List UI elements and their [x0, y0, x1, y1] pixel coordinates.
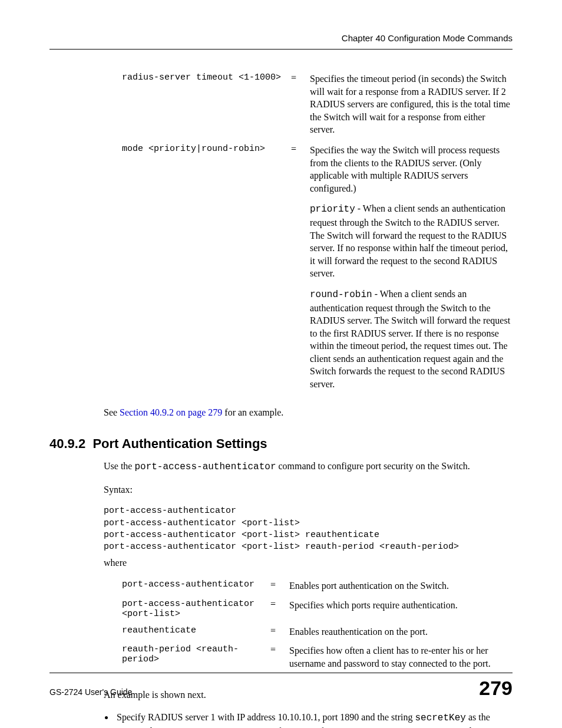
eq-cell — [290, 202, 309, 287]
see-post: for an example. — [222, 407, 283, 417]
intro-post: command to configure port security on th… — [276, 461, 470, 471]
cmd-cell: port-access-authenticator — [121, 579, 270, 598]
cmd-cell: mode <priority|round-robin> — [121, 143, 290, 202]
cmd-cell: reauthenticate — [121, 625, 270, 644]
where-label: where — [104, 556, 513, 569]
desc-cell: Specifies the timeout period (in seconds… — [309, 72, 513, 143]
desc-cell: Specifies the way the Switch will proces… — [309, 143, 513, 202]
definition-table-2: port-access-authenticator = Enables port… — [121, 579, 513, 676]
cmd-cell: reauth-period <reauth-period> — [121, 644, 270, 676]
desc-cell: Enables port authentication on the Switc… — [289, 579, 513, 598]
desc-cell: round-robin - When a client sends an aut… — [309, 287, 513, 398]
table-row: priority - When a client sends an authen… — [121, 202, 513, 287]
bullet-post: for more information on RADIUS server co… — [276, 726, 478, 728]
section-heading: 40.9.2 Port Authentication Settings — [49, 436, 513, 452]
bullet-list: Specify RADIUS server 1 with IP address … — [114, 711, 513, 728]
definition-table-1: radius-server timeout <1-1000> = Specifi… — [121, 72, 513, 398]
table-row: port-access-authenticator <port-list> = … — [121, 598, 513, 625]
intro-paragraph: Use the port-access-authenticator comman… — [104, 460, 513, 474]
page-header: Chapter 40 Configuration Mode Commands — [49, 33, 513, 50]
desc-cell: Specifies how often a client has to re-e… — [289, 644, 513, 676]
eq-cell: = — [270, 644, 289, 676]
page-number: 279 — [479, 677, 513, 700]
mono-prefix: priority — [310, 204, 355, 215]
see-pre: See — [104, 407, 120, 417]
intro-pre: Use the — [104, 461, 134, 471]
eq-cell: = — [270, 625, 289, 644]
table-row: port-access-authenticator = Enables port… — [121, 579, 513, 598]
eq-cell: = — [270, 579, 289, 598]
bullet-mono: secretKey — [415, 713, 465, 723]
table-row: reauth-period <reauth-period> = Specifie… — [121, 644, 513, 676]
footer-guide: GS-2724 User's Guide — [49, 687, 132, 697]
see-paragraph: See Section 40.9.2 on page 279 for an ex… — [104, 406, 513, 419]
syntax-label: Syntax: — [104, 483, 513, 496]
page-footer: GS-2724 User's Guide 279 — [49, 673, 513, 700]
bullet-link[interactable]: Section 40.9.1 on page 278 — [173, 726, 276, 728]
desc-cell: priority - When a client sends an authen… — [309, 202, 513, 287]
cmd-cell: port-access-authenticator <port-list> — [121, 598, 270, 625]
desc-text: - When a client sends an authentication … — [310, 289, 510, 389]
syntax-block: port-access-authenticator port-access-au… — [104, 505, 513, 553]
section-title: Port Authentication Settings — [92, 436, 267, 451]
table-row: mode <priority|round-robin> = Specifies … — [121, 143, 513, 202]
eq-cell: = — [290, 72, 309, 143]
eq-cell: = — [290, 143, 309, 202]
eq-cell — [290, 287, 309, 398]
cmd-cell: radius-server timeout <1-1000> — [121, 72, 290, 143]
list-item: Specify RADIUS server 1 with IP address … — [114, 711, 513, 728]
intro-mono: port-access-authenticator — [134, 462, 276, 472]
table-row: radius-server timeout <1-1000> = Specifi… — [121, 72, 513, 143]
footer-rule — [49, 673, 513, 673]
see-link[interactable]: Section 40.9.2 on page 279 — [120, 407, 222, 417]
desc-cell: Specifies which ports require authentica… — [289, 598, 513, 625]
cmd-cell — [121, 202, 290, 287]
cmd-cell — [121, 287, 290, 398]
desc-cell: Enables reauthentication on the port. — [289, 625, 513, 644]
table-row: round-robin - When a client sends an aut… — [121, 287, 513, 398]
bullet-pre: Specify RADIUS server 1 with IP address … — [117, 712, 415, 722]
eq-cell: = — [270, 598, 289, 625]
mono-prefix: round-robin — [310, 289, 372, 300]
desc-text: - When a client sends an authentication … — [310, 203, 508, 278]
section-number: 40.9.2 — [49, 436, 85, 451]
table-row: reauthenticate = Enables reauthenticatio… — [121, 625, 513, 644]
